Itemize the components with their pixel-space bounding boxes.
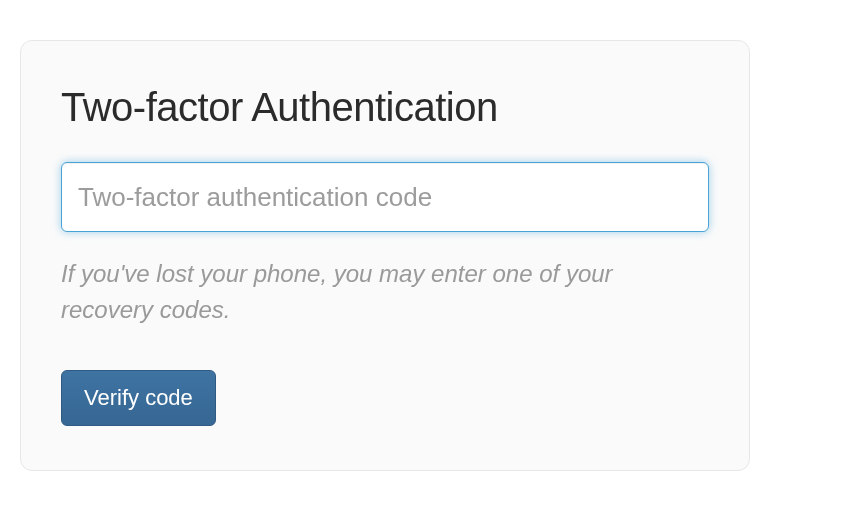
recovery-codes-help-text: If you've lost your phone, you may enter… xyxy=(61,256,709,328)
panel-title: Two-factor Authentication xyxy=(61,85,709,130)
actions-row: Verify code xyxy=(61,370,709,426)
two-factor-panel: Two-factor Authentication If you've lost… xyxy=(20,40,750,471)
two-factor-code-input[interactable] xyxy=(61,162,709,232)
verify-code-button[interactable]: Verify code xyxy=(61,370,216,426)
